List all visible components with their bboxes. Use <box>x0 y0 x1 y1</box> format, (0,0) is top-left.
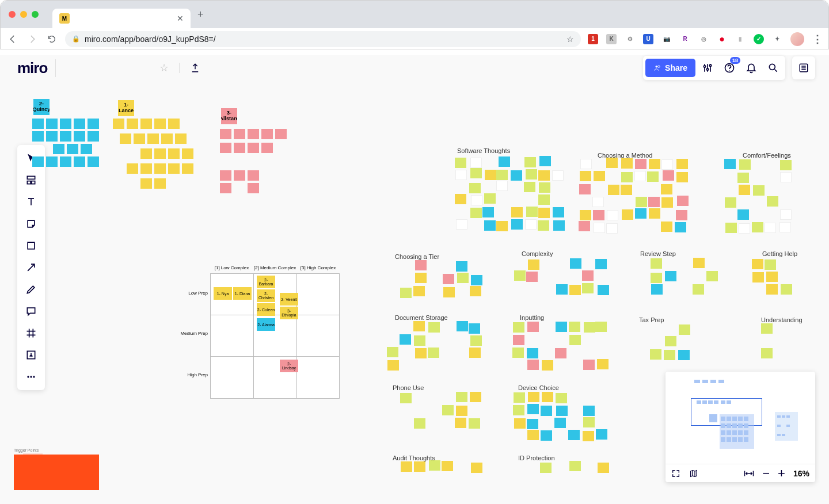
sticky-note[interactable] <box>88 119 99 129</box>
extension-icon[interactable]: ◎ <box>698 34 709 44</box>
extension-icon[interactable]: U <box>643 34 653 44</box>
sticky-note[interactable] <box>400 393 412 403</box>
sticky-note[interactable] <box>541 430 552 441</box>
sticky-note[interactable] <box>752 222 763 232</box>
sticky-note[interactable] <box>766 272 778 282</box>
sticky-note[interactable] <box>542 392 553 402</box>
sticky-note[interactable] <box>168 119 180 129</box>
sticky-note[interactable] <box>442 405 454 415</box>
side-panel-icon[interactable] <box>792 56 815 79</box>
sticky-note[interactable] <box>538 220 549 231</box>
sticky-note[interactable] <box>598 285 609 295</box>
window-min-dot[interactable] <box>20 11 27 18</box>
prep-complexity-matrix[interactable]: [1] Low Complex [2] Medium Complex [3] H… <box>210 273 340 399</box>
sticky-note[interactable] <box>514 270 526 281</box>
sticky-note[interactable] <box>220 129 231 139</box>
bell-icon[interactable] <box>741 58 761 78</box>
sticky-note[interactable] <box>513 335 524 345</box>
sticky-note[interactable] <box>470 168 482 178</box>
sticky-note[interactable] <box>582 283 594 293</box>
sticky-note[interactable] <box>234 170 245 181</box>
sticky-note[interactable] <box>455 158 466 168</box>
sticky-note[interactable] <box>248 183 259 193</box>
sticky-note[interactable] <box>414 418 425 429</box>
sticky-note[interactable] <box>511 207 523 217</box>
sticky-note[interactable] <box>401 461 412 472</box>
sticky-note[interactable] <box>538 194 550 205</box>
sticky-note[interactable] <box>182 148 193 159</box>
sticky-note[interactable] <box>596 429 607 440</box>
sticky-note[interactable] <box>542 360 553 371</box>
search-icon[interactable] <box>763 58 783 78</box>
sticky-note[interactable] <box>752 272 764 282</box>
minimap-canvas[interactable] <box>666 372 815 464</box>
sticky-note[interactable] <box>457 321 468 331</box>
puzzle-icon[interactable]: ✦ <box>772 34 782 44</box>
sticky-note[interactable] <box>527 322 539 332</box>
arrow-tool[interactable] <box>17 257 45 278</box>
frame-fragment[interactable] <box>14 455 99 490</box>
sticky-note[interactable] <box>220 183 231 193</box>
sticky-note[interactable] <box>678 350 690 360</box>
sticky-note[interactable] <box>220 170 231 181</box>
sticky-note[interactable] <box>513 322 524 333</box>
sticky-note[interactable] <box>443 274 454 284</box>
sticky-note[interactable] <box>81 144 92 154</box>
sticky-note[interactable] <box>496 221 508 231</box>
sticky-note[interactable] <box>74 119 85 129</box>
sticky-note[interactable] <box>579 184 591 194</box>
sticky-note[interactable] <box>261 143 273 153</box>
shape-tool[interactable] <box>17 235 45 257</box>
sticky-note[interactable] <box>539 156 551 166</box>
matrix-sticky[interactable]: 2- Barbara <box>257 276 275 288</box>
matrix-sticky[interactable]: 2- Alanna <box>257 318 275 331</box>
pen-tool[interactable] <box>17 278 45 300</box>
extension-icon[interactable]: R <box>680 34 690 44</box>
sticky-note[interactable] <box>413 286 425 296</box>
sticky-note[interactable] <box>766 284 778 295</box>
sticky-note[interactable] <box>32 156 44 167</box>
sticky-note[interactable] <box>661 197 673 208</box>
browser-menu-icon[interactable]: ⋮ <box>812 34 823 44</box>
sticky-note[interactable] <box>496 170 508 180</box>
sticky-note[interactable] <box>469 418 480 429</box>
sticky-note[interactable] <box>621 158 633 169</box>
sticky-note[interactable] <box>621 185 632 195</box>
sticky-note[interactable] <box>622 209 633 220</box>
sticky-note[interactable] <box>527 360 539 370</box>
sticky-note[interactable] <box>154 119 166 129</box>
sticky-note[interactable] <box>725 223 737 233</box>
sticky-note[interactable] <box>753 185 765 196</box>
sticky-note[interactable] <box>528 259 539 270</box>
sticky-note[interactable] <box>400 288 412 298</box>
sticky-note[interactable] <box>693 284 704 295</box>
minimap[interactable]: − + 16% <box>666 372 815 482</box>
sticky-note[interactable] <box>60 131 71 142</box>
sticky-note[interactable] <box>161 133 173 144</box>
sticky-note[interactable] <box>651 284 663 295</box>
sticky-note[interactable] <box>248 143 259 153</box>
sticky-note[interactable] <box>649 159 660 169</box>
sticky-note[interactable] <box>579 221 590 231</box>
sticky-note[interactable] <box>580 159 592 169</box>
sticky-note[interactable] <box>46 131 58 142</box>
sticky-note[interactable] <box>74 156 85 167</box>
sticky-note[interactable] <box>511 219 523 230</box>
sticky-note[interactable] <box>46 156 58 167</box>
sticky-note[interactable] <box>470 392 481 402</box>
sticky-note[interactable] <box>583 431 594 441</box>
sticky-note[interactable] <box>661 159 673 170</box>
forward-button[interactable] <box>26 33 39 45</box>
sticky-note[interactable] <box>400 334 411 345</box>
sticky-note[interactable] <box>514 418 526 429</box>
sticky-note[interactable] <box>428 322 440 333</box>
sticky-note[interactable] <box>415 348 427 358</box>
sticky-note[interactable] <box>120 133 131 144</box>
matrix-sticky[interactable]: 2- Christen <box>257 289 275 302</box>
sticky-note[interactable] <box>647 171 659 182</box>
sticky-note[interactable] <box>621 172 633 182</box>
sticky-note[interactable] <box>595 322 607 332</box>
sticky-note[interactable] <box>469 348 481 358</box>
sticky-note[interactable] <box>539 182 550 193</box>
sticky-note[interactable] <box>676 172 688 182</box>
